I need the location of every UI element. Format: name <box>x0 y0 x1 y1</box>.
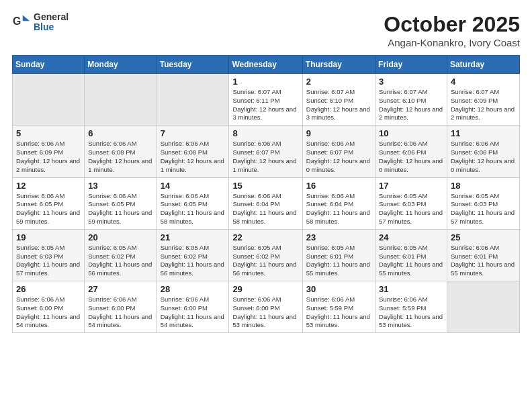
day-number: 2 <box>306 77 371 87</box>
calendar-cell: 10Sunrise: 6:06 AM Sunset: 6:06 PM Dayli… <box>375 126 447 177</box>
header: G General Blue October 2025 Angan-Konank… <box>12 12 520 48</box>
day-number: 16 <box>306 181 371 191</box>
day-number: 6 <box>88 128 152 138</box>
day-number: 24 <box>379 232 443 242</box>
day-number: 18 <box>451 181 516 191</box>
header-tuesday: Tuesday <box>157 56 229 74</box>
logo: G General Blue <box>12 12 69 33</box>
day-number: 7 <box>161 128 226 138</box>
calendar-cell: 11Sunrise: 6:06 AM Sunset: 6:06 PM Dayli… <box>447 126 519 177</box>
day-info: Sunrise: 6:05 AM Sunset: 6:02 PM Dayligh… <box>161 244 226 278</box>
day-info: Sunrise: 6:06 AM Sunset: 6:07 PM Dayligh… <box>232 140 298 174</box>
day-info: Sunrise: 6:07 AM Sunset: 6:09 PM Dayligh… <box>451 88 516 122</box>
logo-icon: G <box>12 13 31 32</box>
calendar-cell: 20Sunrise: 6:05 AM Sunset: 6:02 PM Dayli… <box>85 229 157 281</box>
day-info: Sunrise: 6:06 AM Sunset: 6:00 PM Dayligh… <box>232 295 298 330</box>
calendar-cell: 13Sunrise: 6:06 AM Sunset: 6:05 PM Dayli… <box>85 177 157 229</box>
day-number: 31 <box>379 284 443 294</box>
day-info: Sunrise: 6:05 AM Sunset: 6:01 PM Dayligh… <box>306 244 371 278</box>
day-number: 30 <box>306 284 371 294</box>
day-number: 13 <box>88 181 152 191</box>
calendar-week-row: 19Sunrise: 6:05 AM Sunset: 6:03 PM Dayli… <box>13 229 520 281</box>
calendar-cell: 28Sunrise: 6:06 AM Sunset: 6:00 PM Dayli… <box>157 281 229 333</box>
calendar-cell: 23Sunrise: 6:05 AM Sunset: 6:01 PM Dayli… <box>302 229 375 281</box>
location-title: Angan-Konankro, Ivory Coast <box>384 37 520 48</box>
day-info: Sunrise: 6:06 AM Sunset: 6:09 PM Dayligh… <box>16 140 81 174</box>
day-info: Sunrise: 6:06 AM Sunset: 6:01 PM Dayligh… <box>451 244 516 278</box>
calendar-cell: 14Sunrise: 6:06 AM Sunset: 6:05 PM Dayli… <box>157 177 229 229</box>
calendar-week-row: 1Sunrise: 6:07 AM Sunset: 6:11 PM Daylig… <box>13 74 520 126</box>
day-number: 17 <box>379 181 443 191</box>
day-number: 1 <box>232 77 298 87</box>
calendar-cell <box>13 74 85 126</box>
day-info: Sunrise: 6:06 AM Sunset: 6:00 PM Dayligh… <box>161 295 226 330</box>
calendar-cell: 6Sunrise: 6:06 AM Sunset: 6:08 PM Daylig… <box>85 126 157 177</box>
calendar-cell <box>157 74 229 126</box>
day-number: 15 <box>232 181 298 191</box>
day-info: Sunrise: 6:07 AM Sunset: 6:11 PM Dayligh… <box>232 88 298 122</box>
day-number: 25 <box>451 232 516 242</box>
calendar-cell: 30Sunrise: 6:06 AM Sunset: 5:59 PM Dayli… <box>302 281 375 333</box>
calendar-cell: 17Sunrise: 6:05 AM Sunset: 6:03 PM Dayli… <box>375 177 447 229</box>
day-info: Sunrise: 6:06 AM Sunset: 6:00 PM Dayligh… <box>88 295 152 330</box>
day-info: Sunrise: 6:06 AM Sunset: 6:06 PM Dayligh… <box>451 140 516 174</box>
day-number: 4 <box>451 77 516 87</box>
month-title: October 2025 <box>384 12 520 37</box>
day-info: Sunrise: 6:06 AM Sunset: 6:06 PM Dayligh… <box>379 140 443 174</box>
calendar-cell: 29Sunrise: 6:06 AM Sunset: 6:00 PM Dayli… <box>229 281 302 333</box>
calendar-cell: 18Sunrise: 6:05 AM Sunset: 6:03 PM Dayli… <box>447 177 519 229</box>
calendar-header-row: Sunday Monday Tuesday Wednesday Thursday… <box>13 56 520 74</box>
calendar-cell: 2Sunrise: 6:07 AM Sunset: 6:10 PM Daylig… <box>302 74 375 126</box>
calendar-cell: 8Sunrise: 6:06 AM Sunset: 6:07 PM Daylig… <box>229 126 302 177</box>
logo-blue: Blue <box>34 22 69 32</box>
day-number: 3 <box>379 77 443 87</box>
calendar-cell: 7Sunrise: 6:06 AM Sunset: 6:08 PM Daylig… <box>157 126 229 177</box>
day-info: Sunrise: 6:06 AM Sunset: 6:04 PM Dayligh… <box>232 192 298 226</box>
header-saturday: Saturday <box>447 56 519 74</box>
calendar-cell: 15Sunrise: 6:06 AM Sunset: 6:04 PM Dayli… <box>229 177 302 229</box>
calendar-cell: 12Sunrise: 6:06 AM Sunset: 6:05 PM Dayli… <box>13 177 85 229</box>
day-info: Sunrise: 6:05 AM Sunset: 6:01 PM Dayligh… <box>379 244 443 278</box>
day-info: Sunrise: 6:06 AM Sunset: 6:05 PM Dayligh… <box>161 192 226 226</box>
header-sunday: Sunday <box>13 56 85 74</box>
day-number: 5 <box>16 128 81 138</box>
day-number: 11 <box>451 128 516 138</box>
day-number: 23 <box>306 232 371 242</box>
calendar-cell: 1Sunrise: 6:07 AM Sunset: 6:11 PM Daylig… <box>229 74 302 126</box>
logo-general: General <box>34 12 69 22</box>
svg-text:G: G <box>13 15 21 27</box>
day-number: 21 <box>161 232 226 242</box>
page: G General Blue October 2025 Angan-Konank… <box>0 0 532 345</box>
day-info: Sunrise: 6:05 AM Sunset: 6:02 PM Dayligh… <box>232 244 298 278</box>
calendar-cell: 24Sunrise: 6:05 AM Sunset: 6:01 PM Dayli… <box>375 229 447 281</box>
day-number: 20 <box>88 232 152 242</box>
header-friday: Friday <box>375 56 447 74</box>
header-monday: Monday <box>85 56 157 74</box>
day-info: Sunrise: 6:06 AM Sunset: 6:05 PM Dayligh… <box>88 192 152 226</box>
calendar-cell: 21Sunrise: 6:05 AM Sunset: 6:02 PM Dayli… <box>157 229 229 281</box>
calendar-cell: 26Sunrise: 6:06 AM Sunset: 6:00 PM Dayli… <box>13 281 85 333</box>
calendar-cell: 3Sunrise: 6:07 AM Sunset: 6:10 PM Daylig… <box>375 74 447 126</box>
calendar-cell: 5Sunrise: 6:06 AM Sunset: 6:09 PM Daylig… <box>13 126 85 177</box>
calendar-cell <box>85 74 157 126</box>
day-number: 29 <box>232 284 298 294</box>
title-area: October 2025 Angan-Konankro, Ivory Coast <box>384 12 520 48</box>
day-info: Sunrise: 6:05 AM Sunset: 6:03 PM Dayligh… <box>379 192 443 226</box>
day-info: Sunrise: 6:06 AM Sunset: 5:59 PM Dayligh… <box>306 295 371 330</box>
calendar-week-row: 12Sunrise: 6:06 AM Sunset: 6:05 PM Dayli… <box>13 177 520 229</box>
logo-text: General Blue <box>34 12 69 33</box>
day-info: Sunrise: 6:06 AM Sunset: 6:04 PM Dayligh… <box>306 192 371 226</box>
day-number: 10 <box>379 128 443 138</box>
header-wednesday: Wednesday <box>229 56 302 74</box>
day-info: Sunrise: 6:05 AM Sunset: 6:03 PM Dayligh… <box>16 244 81 278</box>
svg-marker-2 <box>23 15 30 21</box>
day-number: 26 <box>16 284 81 294</box>
day-info: Sunrise: 6:07 AM Sunset: 6:10 PM Dayligh… <box>306 88 371 122</box>
calendar-cell: 16Sunrise: 6:06 AM Sunset: 6:04 PM Dayli… <box>302 177 375 229</box>
day-info: Sunrise: 6:06 AM Sunset: 6:07 PM Dayligh… <box>306 140 371 174</box>
day-info: Sunrise: 6:06 AM Sunset: 6:05 PM Dayligh… <box>16 192 81 226</box>
header-thursday: Thursday <box>302 56 375 74</box>
calendar-cell: 4Sunrise: 6:07 AM Sunset: 6:09 PM Daylig… <box>447 74 519 126</box>
day-info: Sunrise: 6:07 AM Sunset: 6:10 PM Dayligh… <box>379 88 443 122</box>
day-number: 22 <box>232 232 298 242</box>
